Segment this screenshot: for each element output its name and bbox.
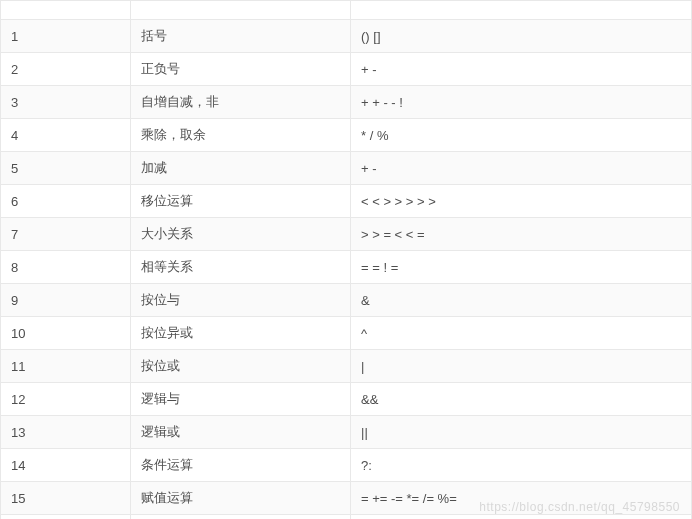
category-name: 条件运算 xyxy=(131,449,351,482)
operator-precedence-table: 1括号() []2正负号+ -3自增自减，非+ + - - !4乘除，取余* /… xyxy=(0,0,692,519)
precedence-number: 1 xyxy=(1,20,131,53)
category-name: 正负号 xyxy=(131,53,351,86)
operators: = += -= *= /= %= xyxy=(351,482,692,515)
precedence-number: 4 xyxy=(1,119,131,152)
table-row: 14条件运算?: xyxy=(1,449,692,482)
table-body: 1括号() []2正负号+ -3自增自减，非+ + - - !4乘除，取余* /… xyxy=(1,1,692,520)
table-row: 4乘除，取余* / % xyxy=(1,119,692,152)
category-name: 逻辑与 xyxy=(131,383,351,416)
category-name: 乘除，取余 xyxy=(131,119,351,152)
header-cell-empty xyxy=(131,1,351,20)
operators: * / % xyxy=(351,119,692,152)
precedence-number: 15 xyxy=(1,482,131,515)
category-name: 位赋值运算 xyxy=(131,515,351,520)
category-name: 赋值运算 xyxy=(131,482,351,515)
table-row: 12逻辑与&& xyxy=(1,383,692,416)
operators: > > = < < = xyxy=(351,218,692,251)
table-header-row xyxy=(1,1,692,20)
category-name: 按位或 xyxy=(131,350,351,383)
table-row: 10按位异或^ xyxy=(1,317,692,350)
table-row: 6移位运算< < > > > > > xyxy=(1,185,692,218)
operators: < < > > > > > xyxy=(351,185,692,218)
operators: = = ! = xyxy=(351,251,692,284)
table-row: 1括号() [] xyxy=(1,20,692,53)
operators: && xyxy=(351,383,692,416)
precedence-number: 6 xyxy=(1,185,131,218)
table-row: 15赋值运算= += -= *= /= %= xyxy=(1,482,692,515)
category-name: 括号 xyxy=(131,20,351,53)
header-cell-empty xyxy=(1,1,131,20)
category-name: 移位运算 xyxy=(131,185,351,218)
precedence-number: 14 xyxy=(1,449,131,482)
operators: &= |= <<= >>= >>>= xyxy=(351,515,692,520)
operators: || xyxy=(351,416,692,449)
operators: ?: xyxy=(351,449,692,482)
table-row: 16位赋值运算&= |= <<= >>= >>>= xyxy=(1,515,692,520)
precedence-number: 12 xyxy=(1,383,131,416)
operators: + - xyxy=(351,53,692,86)
precedence-number: 8 xyxy=(1,251,131,284)
precedence-number: 11 xyxy=(1,350,131,383)
precedence-number: 16 xyxy=(1,515,131,520)
operators: ^ xyxy=(351,317,692,350)
category-name: 相等关系 xyxy=(131,251,351,284)
table-row: 5加减+ - xyxy=(1,152,692,185)
operators: & xyxy=(351,284,692,317)
category-name: 按位异或 xyxy=(131,317,351,350)
category-name: 加减 xyxy=(131,152,351,185)
precedence-number: 5 xyxy=(1,152,131,185)
precedence-number: 13 xyxy=(1,416,131,449)
header-cell-empty xyxy=(351,1,692,20)
table-row: 3自增自减，非+ + - - ! xyxy=(1,86,692,119)
table-row: 2正负号+ - xyxy=(1,53,692,86)
precedence-number: 9 xyxy=(1,284,131,317)
category-name: 逻辑或 xyxy=(131,416,351,449)
precedence-number: 2 xyxy=(1,53,131,86)
operators: | xyxy=(351,350,692,383)
precedence-number: 7 xyxy=(1,218,131,251)
table-row: 9按位与& xyxy=(1,284,692,317)
table-row: 7大小关系> > = < < = xyxy=(1,218,692,251)
category-name: 自增自减，非 xyxy=(131,86,351,119)
table-row: 8相等关系= = ! = xyxy=(1,251,692,284)
category-name: 大小关系 xyxy=(131,218,351,251)
page-container: 1括号() []2正负号+ -3自增自减，非+ + - - !4乘除，取余* /… xyxy=(0,0,692,519)
operators: () [] xyxy=(351,20,692,53)
category-name: 按位与 xyxy=(131,284,351,317)
table-row: 13逻辑或|| xyxy=(1,416,692,449)
operators: + + - - ! xyxy=(351,86,692,119)
precedence-number: 3 xyxy=(1,86,131,119)
precedence-number: 10 xyxy=(1,317,131,350)
table-row: 11按位或| xyxy=(1,350,692,383)
operators: + - xyxy=(351,152,692,185)
